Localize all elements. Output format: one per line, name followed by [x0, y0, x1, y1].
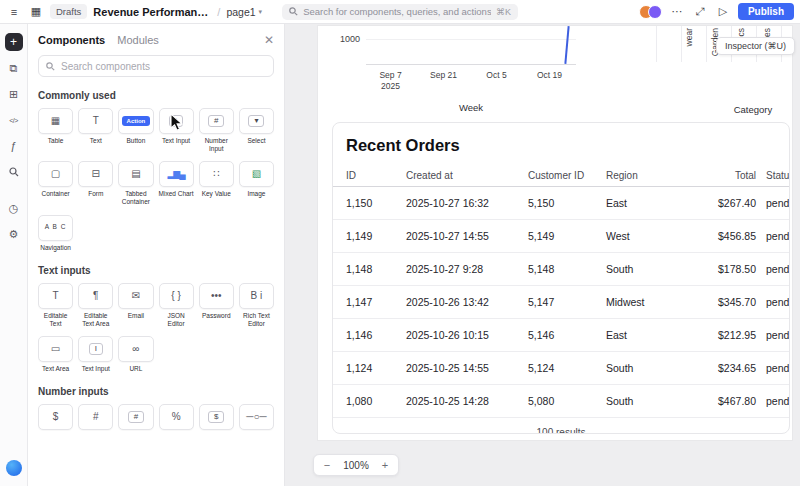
rail-blocks-button[interactable]: ⊞	[5, 85, 23, 103]
more-options-icon[interactable]: ⋯	[669, 4, 685, 20]
chart-category-axis-label: Category	[698, 104, 800, 115]
app-title[interactable]: Revenue Performance Da...	[93, 6, 211, 18]
column-header-total[interactable]: Total	[691, 170, 756, 181]
breadcrumb-separator: /	[217, 6, 220, 18]
table-row[interactable]: 1,147 2025-10-26 13:42 5,147 Midwest $34…	[333, 286, 789, 319]
column-header-created-at[interactable]: Created at	[406, 170, 528, 181]
component-card-icon: ▾	[239, 108, 274, 134]
component-card[interactable]: T Text	[78, 108, 113, 153]
component-card[interactable]: #	[118, 404, 153, 441]
component-card[interactable]: T Editable Text	[38, 283, 73, 328]
rail-pages-button[interactable]: ⧉	[5, 59, 23, 77]
component-card[interactable]: ∞ URL	[118, 336, 153, 373]
column-header-status[interactable]: Status	[756, 170, 790, 181]
component-card[interactable]: $	[38, 404, 73, 441]
avatar[interactable]	[648, 5, 662, 19]
rail-history-button[interactable]: ◷	[5, 199, 23, 217]
cell-customer-id: 5,149	[528, 230, 606, 242]
cell-status: pending	[756, 230, 790, 242]
component-card[interactable]: ▧ Image	[239, 161, 274, 206]
close-icon[interactable]: ✕	[264, 34, 274, 46]
component-card[interactable]: { } JSON Editor	[159, 283, 194, 328]
component-card[interactable]: ▂▆▄ Mixed Chart	[159, 161, 194, 206]
inspector-button[interactable]: Inspector (⌘U)	[716, 37, 795, 55]
component-card[interactable]: ⊟ Form	[78, 161, 113, 206]
page-selector[interactable]: page1 ▾	[226, 6, 262, 18]
canvas-area[interactable]: 1000 Sep 7 2025Sep 21Oct 5Oct 19 Week we…	[285, 24, 800, 486]
component-card[interactable]: ▾ Select	[239, 108, 274, 153]
tab-components[interactable]: Components	[38, 34, 105, 46]
clock-icon: ◷	[9, 202, 19, 215]
component-card[interactable]: ▢ Container	[38, 161, 73, 206]
help-bubble-button[interactable]	[6, 460, 22, 476]
cell-total: $267.40	[691, 197, 756, 209]
apps-grid-icon[interactable]: ▦	[28, 4, 44, 20]
column-header-region[interactable]: Region	[606, 170, 691, 181]
cell-id: 1,124	[346, 362, 406, 374]
cell-created-at: 2025-10-26 10:15	[406, 329, 528, 341]
component-card-icon: { }	[159, 283, 194, 309]
component-card[interactable]: Action Button	[118, 108, 153, 153]
zoom-in-button[interactable]: +	[376, 456, 394, 474]
component-card-label: Form	[78, 190, 113, 198]
component-card[interactable]: ▦ Table	[38, 108, 73, 153]
chart-gridline	[656, 26, 657, 62]
cell-status: pending	[756, 362, 790, 374]
rail-functions-button[interactable]: ƒ	[5, 137, 23, 155]
zoom-out-button[interactable]: −	[318, 456, 336, 474]
expand-icon[interactable]: ⤢	[692, 4, 708, 20]
column-header-customer-id[interactable]: Customer ID	[528, 170, 606, 181]
main-menu-icon[interactable]: ≡	[6, 4, 22, 20]
component-search-input[interactable]	[61, 61, 266, 72]
component-card-label: Tabbed Container	[118, 190, 153, 206]
table-body: 1,150 2025-10-27 16:32 5,150 East $267.4…	[333, 187, 789, 418]
rail-code-button[interactable]: </>	[5, 111, 23, 129]
component-card-icon: #	[78, 404, 113, 430]
tab-modules[interactable]: Modules	[117, 34, 159, 46]
component-card[interactable]: ••• Password	[199, 283, 234, 328]
app-page[interactable]: 1000 Sep 7 2025Sep 21Oct 5Oct 19 Week we…	[318, 26, 792, 440]
component-card-label	[38, 433, 73, 441]
component-card[interactable]: B i Rich Text Editor	[239, 283, 274, 328]
component-card[interactable]: ∷ Key Value	[199, 161, 234, 206]
component-card[interactable]: I Text Input	[78, 336, 113, 373]
recent-orders-card[interactable]: Recent Orders ID Created at Customer ID …	[332, 122, 790, 434]
rail-search-button[interactable]	[5, 163, 23, 181]
component-card[interactable]: #	[78, 404, 113, 441]
drafts-badge[interactable]: Drafts	[50, 4, 87, 19]
component-card[interactable]: ¶ Editable Text Area	[78, 283, 113, 328]
preview-play-icon[interactable]: ▷	[715, 4, 731, 20]
table-row[interactable]: 1,124 2025-10-25 14:55 5,124 South $234.…	[333, 352, 789, 385]
pages-icon: ⧉	[10, 62, 18, 75]
component-card[interactable]: %	[159, 404, 194, 441]
table-row[interactable]: 1,150 2025-10-27 16:32 5,150 East $267.4…	[333, 187, 789, 220]
table-row[interactable]: 1,148 2025-10-27 9:28 5,148 South $178.5…	[333, 253, 789, 286]
cell-created-at: 2025-10-27 9:28	[406, 263, 528, 275]
table-row[interactable]: 1,149 2025-10-27 14:55 5,149 West $456.8…	[333, 220, 789, 253]
cell-region: Midwest	[606, 296, 691, 308]
component-card[interactable]: $	[199, 404, 234, 441]
component-card[interactable]: A B C Navigation	[38, 215, 73, 252]
cell-id: 1,146	[346, 329, 406, 341]
component-card[interactable]: I Text Input	[159, 108, 194, 153]
component-card[interactable]: ▤ Tabbed Container	[118, 161, 153, 206]
component-card[interactable]: # Number Input	[199, 108, 234, 153]
cell-region: South	[606, 263, 691, 275]
rail-settings-button[interactable]: ⚙	[5, 225, 23, 243]
component-search[interactable]	[38, 55, 274, 77]
publish-button[interactable]: Publish	[738, 3, 794, 20]
column-header-id[interactable]: ID	[346, 170, 406, 181]
cell-customer-id: 5,146	[528, 329, 606, 341]
component-card[interactable]: ─○─	[239, 404, 274, 441]
function-icon: ƒ	[10, 140, 16, 152]
component-card-label: Select	[239, 137, 274, 145]
rail-add-component-button[interactable]: +	[5, 33, 23, 51]
component-card-label	[159, 433, 194, 441]
zoom-level[interactable]: 100%	[340, 460, 372, 471]
component-card-label: Button	[118, 137, 153, 145]
table-row[interactable]: 1,080 2025-10-25 14:28 5,080 South $467.…	[333, 385, 789, 418]
component-card[interactable]: ▭ Text Area	[38, 336, 73, 373]
global-search-bar[interactable]: Search for components, queries, and acti…	[282, 4, 518, 20]
component-card[interactable]: ✉ Email	[118, 283, 153, 328]
table-row[interactable]: 1,146 2025-10-26 10:15 5,146 East $212.9…	[333, 319, 789, 352]
